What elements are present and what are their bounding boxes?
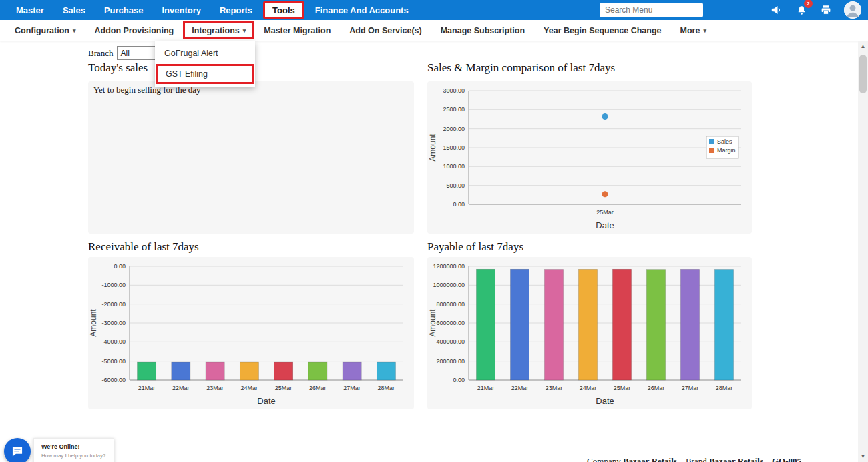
bar-24mar — [240, 362, 258, 380]
svg-text:800000.00: 800000.00 — [436, 301, 465, 308]
subnav-item-master-migration[interactable]: Master Migration — [254, 20, 340, 41]
bar-27mar — [343, 362, 361, 380]
chat-bubble-icon[interactable] — [4, 438, 31, 462]
receivable-chart-panel: 0.00-1000.00-2000.00-3000.00-4000.00-500… — [88, 257, 414, 409]
chat-card[interactable]: We're Online! How may I help you today? — [33, 438, 114, 462]
bar-24mar — [578, 269, 597, 380]
subnav-item-integrations[interactable]: Integrations▾ — [183, 21, 254, 39]
svg-text:27Mar: 27Mar — [682, 385, 699, 391]
print-icon[interactable] — [819, 3, 833, 17]
subnav-item-configuration[interactable]: Configuration▾ — [5, 20, 85, 41]
branch-select-value: All — [121, 49, 130, 58]
sales-margin-chart-svg: 3000.002500.002000.001500.001000.00500.0… — [427, 81, 752, 234]
branch-label: Branch — [88, 48, 114, 59]
menu-item-gst-efiling[interactable]: GST Efiling — [156, 64, 254, 84]
footer-brand-value: Bazaar Retails — [709, 456, 763, 462]
chat-widget: We're Online! How may I help you today? — [0, 438, 114, 462]
subnav-item-label: More — [680, 26, 700, 35]
svg-text:25Mar: 25Mar — [596, 209, 614, 216]
topnav-item-inventory[interactable]: Inventory — [152, 0, 210, 20]
topnav-item-reports[interactable]: Reports — [210, 0, 262, 20]
svg-text:-1000.00: -1000.00 — [101, 282, 126, 288]
svg-text:25Mar: 25Mar — [275, 385, 292, 391]
svg-text:Sales: Sales — [717, 138, 732, 145]
scroll-up-icon[interactable]: ▲ — [861, 41, 866, 52]
chevron-down-icon: ▾ — [703, 27, 706, 34]
svg-text:21Mar: 21Mar — [138, 385, 156, 391]
sales-margin-title: Sales & Margin comparison of last 7days — [427, 61, 615, 75]
scroll-down-icon[interactable]: ▼ — [861, 451, 866, 462]
chevron-down-icon: ▾ — [73, 27, 76, 34]
bar-21mar — [138, 362, 156, 380]
subnav-item-label: Master Migration — [264, 26, 331, 35]
sales-margin-chart-panel: 3000.002500.002000.001500.001000.00500.0… — [427, 81, 752, 234]
svg-text:24Mar: 24Mar — [241, 385, 258, 391]
topnav-item-sales[interactable]: Sales — [53, 0, 95, 20]
subnav-item-label: Addon Provisioning — [94, 26, 174, 35]
svg-text:24Mar: 24Mar — [580, 385, 597, 391]
topbar-right: 2 — [600, 1, 861, 19]
subnav-item-add-on-service-s[interactable]: Add On Service(s) — [340, 20, 431, 41]
scrollbar-thumb[interactable] — [859, 55, 867, 93]
footer-company-label: Company — [587, 456, 621, 462]
receivable-title: Receivable of last 7days — [88, 240, 199, 254]
footer-company-value: Bazaar Retails — [623, 456, 677, 462]
svg-text:-4000.00: -4000.00 — [101, 338, 126, 345]
secondary-navbar: Configuration▾Addon ProvisioningIntegrat… — [0, 20, 868, 41]
bar-28mar — [714, 270, 733, 380]
topbar-icons: 2 — [770, 1, 861, 19]
svg-text:27Mar: 27Mar — [343, 385, 361, 391]
svg-text:23Mar: 23Mar — [546, 385, 563, 391]
vertical-scrollbar[interactable]: ▲ ▼ — [858, 41, 868, 462]
subnav-item-label: Configuration — [15, 26, 69, 35]
bar-26mar — [308, 362, 327, 380]
search-menu-input[interactable] — [600, 3, 703, 17]
subnav-item-more[interactable]: More▾ — [671, 20, 716, 41]
footer-company-info: Company Bazaar Retails Brand Bazaar Reta… — [587, 456, 801, 462]
topnav-item-purchase[interactable]: Purchase — [95, 0, 153, 20]
bar-25mar — [274, 362, 293, 380]
topnav-item-master[interactable]: Master — [7, 0, 53, 20]
svg-text:0.00: 0.00 — [453, 377, 465, 383]
svg-text:1000.00: 1000.00 — [443, 163, 465, 170]
subnav-item-year-begin-sequence-change[interactable]: Year Begin Sequence Change — [534, 20, 670, 41]
subnav-item-label: Manage Subscription — [441, 26, 525, 35]
subnav-item-addon-provisioning[interactable]: Addon Provisioning — [85, 20, 183, 41]
svg-text:21Mar: 21Mar — [477, 385, 495, 391]
notification-badge: 2 — [804, 0, 813, 8]
today-sales-panel: Yet to begin selling for the day — [88, 81, 414, 234]
svg-text:Amount: Amount — [428, 309, 437, 337]
svg-text:25Mar: 25Mar — [614, 385, 631, 391]
main-menu: MasterSalesPurchaseInventoryReportsTools… — [7, 0, 418, 20]
app-root: MasterSalesPurchaseInventoryReportsTools… — [0, 0, 868, 462]
svg-text:-5000.00: -5000.00 — [101, 358, 126, 365]
bar-28mar — [377, 362, 395, 380]
svg-text:3000.00: 3000.00 — [443, 87, 465, 94]
svg-text:22Mar: 22Mar — [172, 385, 190, 391]
svg-text:400000.00: 400000.00 — [436, 338, 465, 345]
svg-text:1000000.00: 1000000.00 — [433, 282, 465, 288]
chat-prompt: How may I help you today? — [41, 453, 106, 459]
svg-text:200000.00: 200000.00 — [436, 358, 465, 365]
svg-text:1200000.00: 1200000.00 — [433, 263, 465, 270]
svg-text:-2000.00: -2000.00 — [101, 301, 126, 308]
bar-25mar — [612, 269, 631, 380]
svg-text:2000.00: 2000.00 — [443, 126, 465, 132]
topnav-item-finance-and-accounts[interactable]: Finance And Accounts — [306, 0, 418, 20]
user-avatar[interactable] — [844, 1, 861, 19]
footer-brand-label: Brand — [686, 456, 707, 462]
receivable-chart-svg: 0.00-1000.00-2000.00-3000.00-4000.00-500… — [88, 257, 414, 409]
megaphone-icon[interactable] — [770, 3, 783, 17]
point-sales — [602, 113, 608, 120]
today-sales-title: Today's sales — [88, 61, 148, 75]
svg-text:Margin: Margin — [717, 147, 736, 154]
bar-23mar — [206, 362, 224, 380]
topnav-item-tools[interactable]: Tools — [263, 1, 304, 19]
svg-text:22Mar: 22Mar — [511, 385, 529, 391]
notifications-bell-icon[interactable]: 2 — [795, 3, 808, 17]
menu-item-gofrugal-alert[interactable]: GoFrugal Alert — [155, 43, 255, 63]
chevron-down-icon: ▾ — [243, 27, 246, 34]
subnav-item-manage-subscription[interactable]: Manage Subscription — [431, 20, 534, 41]
svg-text:-6000.00: -6000.00 — [101, 377, 126, 383]
svg-text:600000.00: 600000.00 — [436, 320, 465, 326]
